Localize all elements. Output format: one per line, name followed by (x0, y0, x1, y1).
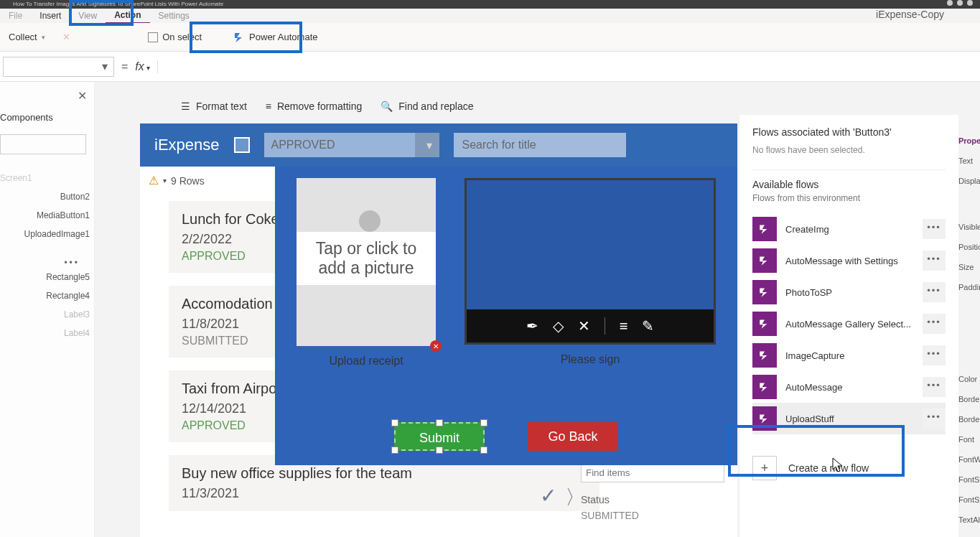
pen-icon[interactable]: ✒ (526, 317, 538, 335)
selection-handle[interactable] (480, 447, 487, 454)
lines-icon[interactable]: ≡ (620, 318, 628, 335)
dot (947, 0, 953, 6)
flow-item-uploadstuff[interactable]: UploadStuff••• (752, 403, 946, 434)
app-name-label: iExpense (154, 136, 220, 154)
prop-tab[interactable]: Size (958, 263, 980, 283)
modal-buttons: Submit Go Back (275, 422, 737, 451)
available-flows-label: Available flows (752, 179, 946, 190)
prop-tab[interactable]: FontStyle (958, 495, 980, 515)
tree-item[interactable]: Label4 (0, 324, 94, 342)
flow-item-automessage-with-settings[interactable]: AutoMessage with Settings••• (752, 245, 946, 276)
go-back-button[interactable]: Go Back (528, 422, 618, 451)
flow-overflow[interactable]: ••• (923, 251, 946, 271)
format-text-button[interactable]: ☰Format text (181, 101, 247, 112)
tree-item[interactable]: Rectangle4 (0, 286, 94, 305)
tree-item[interactable]: Label3 (0, 305, 94, 324)
approved-checkbox[interactable] (234, 137, 250, 153)
flow-icon (752, 375, 777, 399)
selection-handle[interactable] (436, 447, 443, 454)
prop-tab[interactable]: Display (958, 177, 980, 197)
flow-overflow[interactable]: ••• (923, 377, 946, 397)
app-canvas: iExpense APPROVED ▾ Search for title ⚠ ▾… (140, 123, 737, 537)
tree-item[interactable]: Rectangle5 (0, 268, 94, 286)
property-dropdown[interactable]: ▾ (3, 57, 114, 77)
selection-handle[interactable] (391, 419, 398, 426)
menu-action[interactable]: Action (106, 8, 149, 24)
signature-toolbar: ✒ ◇ ✕ ≡ ✎ (467, 309, 714, 342)
prop-tab[interactable]: Padding (958, 283, 980, 303)
flow-overflow[interactable]: ••• (923, 345, 946, 365)
prop-tab[interactable]: Position (958, 243, 980, 263)
prop-tab[interactable]: FontSize (958, 475, 980, 495)
flow-item-createimg[interactable]: CreateImg••• (752, 213, 946, 245)
menu-settings[interactable]: Settings (150, 9, 198, 23)
prop-tab[interactable]: Border (958, 395, 980, 415)
selection-handle[interactable] (391, 447, 398, 454)
eraser-icon[interactable]: ◇ (553, 317, 564, 335)
cmd-power-automate[interactable]: Power Automate (225, 32, 326, 43)
prop-tab[interactable]: Visible (958, 223, 980, 243)
add-picture-control[interactable]: Tap or click to add a picture ✕ (297, 178, 436, 346)
mouse-cursor (831, 457, 846, 477)
edit-icon[interactable]: ✎ (642, 317, 654, 335)
cmd-remove[interactable]: ✕Remove (54, 32, 118, 42)
flow-name: AutoMessage with Settings (785, 256, 914, 266)
flow-item-imagecapture[interactable]: ImageCapture••• (752, 340, 946, 371)
check-icon[interactable]: ✓ (540, 484, 556, 511)
menu-insert[interactable]: Insert (31, 9, 70, 23)
clear-icon[interactable]: ✕ (578, 317, 590, 335)
selection-handle[interactable] (436, 419, 443, 426)
search-input[interactable]: Search for title (454, 133, 626, 157)
flow-item-automessage-gallery-select-[interactable]: AutoMessage Gallery Select...••• (752, 308, 946, 340)
flow-item-phototosp[interactable]: PhotoToSP••• (752, 276, 946, 308)
window-controls (947, 0, 973, 6)
flow-item-automessage[interactable]: AutoMessage••• (752, 371, 946, 403)
find-items-input[interactable] (581, 462, 724, 482)
fx-label: fx ▾ (135, 60, 157, 73)
flow-icon (752, 248, 777, 273)
status-dropdown[interactable]: APPROVED ▾ (264, 133, 439, 157)
submit-button[interactable]: Submit (394, 422, 485, 451)
app-header: iExpense APPROVED ▾ Search for title (140, 123, 737, 167)
flow-name: CreateImg (785, 224, 914, 235)
prop-tab[interactable]: BorderThickness (958, 415, 980, 435)
close-icon[interactable]: ✕ (78, 89, 87, 103)
find-replace-button[interactable]: 🔍Find and replace (381, 101, 473, 112)
format-toolbar: ☰Format text ≡Remove formatting 🔍Find an… (181, 93, 474, 119)
onselect-icon (148, 32, 158, 42)
cmd-collect[interactable]: Collect▾ (0, 32, 54, 42)
prop-tab[interactable]: TextAlign (958, 515, 980, 536)
prop-tab[interactable]: Color (958, 375, 980, 395)
flow-icon (752, 280, 777, 304)
prop-tab[interactable]: FontWeight (958, 455, 980, 475)
property-tabs: Properties Text Display Visible Position… (958, 136, 980, 536)
overflow-icon[interactable]: ••• (0, 243, 94, 268)
flow-name: AutoMessage Gallery Select... (785, 319, 914, 330)
tree-search[interactable] (0, 134, 86, 154)
flow-overflow[interactable]: ••• (923, 282, 946, 302)
flow-overflow[interactable]: ••• (923, 408, 946, 429)
chevron-down-icon: ▾ (426, 139, 432, 152)
prop-tab[interactable]: Font (958, 435, 980, 455)
detail-pane: Status SUBMITTED (581, 462, 737, 521)
tree-item[interactable]: Button2 (0, 187, 94, 206)
remove-image-button[interactable]: ✕ (430, 340, 442, 352)
menu-view[interactable]: View (70, 9, 106, 23)
flow-name: PhotoToSP (785, 287, 914, 298)
tree-item[interactable]: UploadedImage1 (0, 225, 94, 243)
remove-formatting-button[interactable]: ≡Remove formatting (266, 101, 362, 112)
prop-tab[interactable]: Properties (958, 136, 980, 157)
no-flows-text: No flows have been selected. (752, 145, 946, 155)
tree-item[interactable]: MediaButton1 (0, 206, 94, 225)
menu-file[interactable]: File (0, 9, 31, 23)
env-label: Flows from this environment (752, 193, 946, 203)
flow-overflow[interactable]: ••• (923, 314, 946, 334)
cmd-onselect[interactable]: On select (139, 32, 210, 42)
selection-handle[interactable] (480, 419, 487, 426)
dot (957, 0, 963, 6)
create-flow-button[interactable]: + Create a new flow (752, 456, 946, 480)
signature-canvas[interactable]: ✒ ◇ ✕ ≡ ✎ (465, 178, 716, 345)
flow-overflow[interactable]: ••• (923, 219, 946, 239)
prop-tab[interactable]: Text (958, 157, 980, 177)
tree-item[interactable]: Screen1 (0, 169, 94, 187)
